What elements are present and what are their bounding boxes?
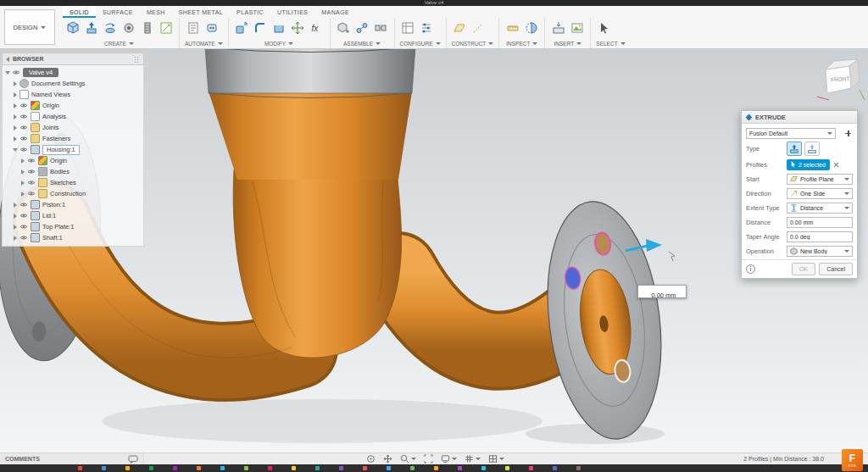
expand-caret-icon[interactable]	[14, 81, 17, 86]
create-menu[interactable]: CREATE	[64, 40, 174, 47]
modify-menu[interactable]: MODIFY	[234, 40, 325, 47]
add-preset-icon[interactable]	[843, 129, 853, 138]
configure-menu[interactable]: CONFIGURE	[400, 40, 441, 47]
cylinder-lower[interactable]	[209, 92, 412, 180]
browser-tree-item[interactable]: Sketches	[3, 177, 143, 188]
taskbar-app-icon[interactable]	[78, 466, 82, 470]
distance-inline-field[interactable]	[637, 285, 687, 298]
taskbar-app-icon[interactable]	[410, 466, 415, 470]
browser-tree-item[interactable]: Named Views	[3, 89, 143, 100]
expand-caret-icon[interactable]	[14, 92, 17, 97]
visibility-eye-icon[interactable]	[19, 202, 28, 208]
taskbar-app-icon[interactable]	[481, 466, 486, 470]
automate-menu[interactable]: AUTOMATE	[185, 40, 223, 47]
extent-type-dropdown[interactable]: Distance	[787, 203, 853, 214]
browser-header[interactable]: BROWSER	[2, 53, 144, 65]
visibility-eye-icon[interactable]	[19, 147, 28, 153]
thin-extrude-type-icon[interactable]	[804, 142, 820, 156]
thread-icon[interactable]	[139, 19, 155, 36]
workspace-switcher[interactable]: DESIGN	[4, 9, 55, 45]
viewcube[interactable]: FRONT	[812, 53, 866, 105]
expand-caret-icon[interactable]	[14, 125, 17, 130]
info-icon[interactable]	[746, 264, 755, 274]
browser-tree-item[interactable]: Construction	[3, 188, 143, 199]
construction-plane-icon[interactable]	[452, 19, 468, 36]
press-pull-icon[interactable]	[234, 19, 250, 36]
ok-button[interactable]: OK	[792, 263, 815, 275]
tab-solid[interactable]: SOLID	[63, 6, 96, 18]
expand-caret-icon[interactable]	[21, 158, 25, 164]
collapse-panel-icon[interactable]	[6, 57, 9, 62]
configure-features-icon[interactable]	[419, 19, 435, 36]
decal-icon[interactable]	[569, 19, 585, 36]
tab-utilities[interactable]: UTILITIES	[270, 6, 314, 18]
taskbar-app-icon[interactable]	[458, 466, 462, 470]
select-menu[interactable]: SELECT	[596, 40, 625, 47]
visibility-eye-icon[interactable]	[19, 125, 28, 130]
insert-menu[interactable]: INSERT	[550, 40, 585, 47]
joint-icon[interactable]	[354, 19, 370, 36]
assemble-menu[interactable]: ASSEMBLE	[336, 40, 389, 47]
new-solid-icon[interactable]	[64, 19, 81, 36]
taskbar-app-icon[interactable]	[576, 466, 581, 470]
browser-tree-item[interactable]: Housing:1	[3, 144, 143, 155]
browser-tree-item[interactable]: Lid:1	[3, 210, 143, 221]
hole-icon[interactable]	[120, 19, 136, 36]
rigid-group-icon[interactable]	[373, 19, 389, 36]
expand-caret-icon[interactable]	[14, 236, 17, 241]
create-sketch-icon[interactable]	[158, 19, 174, 36]
taskbar-app-icon[interactable]	[149, 466, 153, 470]
start-dropdown[interactable]: Profile Plane	[787, 174, 853, 185]
visibility-eye-icon[interactable]	[12, 69, 20, 75]
script-icon[interactable]	[185, 19, 201, 36]
visibility-eye-icon[interactable]	[19, 136, 28, 142]
solid-extrude-type-icon[interactable]	[787, 142, 802, 156]
section-analysis-icon[interactable]	[523, 19, 539, 36]
cancel-button[interactable]: Cancel	[819, 263, 853, 275]
tab-sheet-metal[interactable]: SHEET METAL	[172, 6, 230, 18]
direction-dropdown[interactable]: One Side	[787, 188, 853, 199]
distance-input[interactable]	[787, 217, 853, 228]
insert-derive-icon[interactable]	[550, 19, 566, 36]
expand-caret-icon[interactable]	[14, 225, 17, 230]
taskbar-app-icon[interactable]	[434, 466, 438, 470]
zoom-icon[interactable]	[400, 454, 416, 464]
expand-caret-icon[interactable]	[21, 180, 25, 186]
fillet-icon[interactable]	[253, 19, 269, 36]
taskbar-app-icon[interactable]	[553, 466, 557, 470]
fit-icon[interactable]	[424, 454, 433, 464]
browser-tree-item[interactable]: Joints	[3, 122, 143, 133]
right-flange[interactable]	[535, 195, 673, 446]
document-tab[interactable]: Valve v4	[425, 0, 444, 6]
expand-caret-icon[interactable]	[5, 71, 10, 75]
taskbar-app-icon[interactable]	[292, 466, 296, 470]
tab-manage[interactable]: MANAGE	[314, 6, 356, 18]
drag-grip-icon[interactable]	[134, 56, 140, 63]
visibility-eye-icon[interactable]	[19, 224, 28, 230]
taskbar-app-icon[interactable]	[268, 466, 272, 470]
visibility-eye-icon[interactable]	[19, 114, 28, 119]
taper-angle-input[interactable]	[787, 231, 853, 242]
tab-surface[interactable]: SURFACE	[96, 6, 140, 18]
expand-caret-icon[interactable]	[14, 114, 17, 119]
operation-dropdown[interactable]: New Body	[787, 246, 853, 257]
expand-caret-icon[interactable]	[21, 192, 25, 197]
taskbar-app-icon[interactable]	[125, 466, 130, 470]
visibility-eye-icon[interactable]	[19, 213, 28, 219]
measure-icon[interactable]	[504, 19, 520, 36]
taskbar-app-icon[interactable]	[220, 466, 225, 470]
expand-caret-icon[interactable]	[21, 169, 25, 175]
taskbar-app-icon[interactable]	[244, 466, 248, 470]
cylinder-metal-band[interactable]	[205, 47, 415, 93]
expand-caret-icon[interactable]	[14, 136, 17, 142]
distance-inline-input[interactable]	[638, 289, 689, 303]
new-component-icon[interactable]	[336, 19, 352, 36]
clear-selection-icon[interactable]	[832, 161, 840, 169]
preset-dropdown[interactable]: Fusion Default	[746, 128, 836, 139]
comments-panel[interactable]: COMMENTS	[0, 453, 144, 464]
visibility-eye-icon[interactable]	[27, 158, 36, 164]
taskbar-app-icon[interactable]	[387, 466, 391, 470]
taskbar-app-icon[interactable]	[363, 466, 367, 470]
browser-tree-item[interactable]: Top Plate:1	[3, 221, 143, 232]
expand-caret-icon[interactable]	[14, 103, 17, 108]
